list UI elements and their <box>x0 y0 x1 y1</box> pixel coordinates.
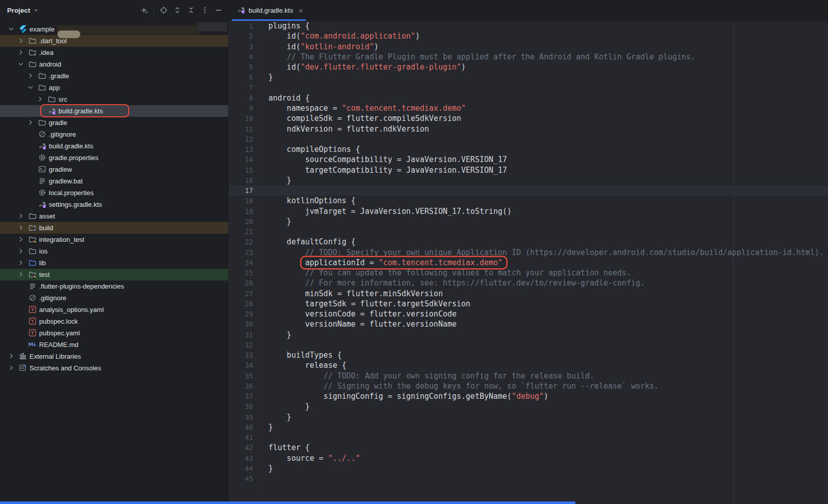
code-line[interactable]: 4 // The Flutter Gradle Plugin must be a… <box>229 52 828 62</box>
code-line[interactable]: 9 namespace = "com.tencent.tcmediax.demo… <box>229 103 828 113</box>
code-line[interactable]: 6} <box>229 72 828 82</box>
line-number[interactable]: 19 <box>229 206 268 216</box>
line-number[interactable]: 7 <box>229 83 268 93</box>
tree-item-asset[interactable]: asset <box>0 210 228 222</box>
line-number[interactable]: 3 <box>229 42 268 52</box>
code-line[interactable]: 38 } <box>229 401 828 412</box>
line-number[interactable]: 23 <box>229 247 268 258</box>
chevron-right-icon[interactable] <box>7 364 15 372</box>
line-number[interactable]: 32 <box>229 340 268 350</box>
code-line[interactable]: 44} <box>229 463 828 474</box>
code-line[interactable]: 21 <box>229 227 828 237</box>
code-area[interactable]: 1plugins {2 id("com.android.application"… <box>229 21 828 504</box>
expand-all-icon[interactable] <box>173 6 181 14</box>
line-number[interactable]: 40 <box>229 422 268 432</box>
tree-item-scratches-and-consoles[interactable]: Scratches and Consoles <box>0 362 228 374</box>
chevron-right-icon[interactable] <box>7 352 15 360</box>
code-line[interactable]: 35 // TODO: Add your own signing config … <box>229 371 828 381</box>
code-line[interactable]: 37 signingConfig = signingConfigs.getByN… <box>229 391 828 401</box>
project-panel-title[interactable]: Project <box>7 7 30 14</box>
close-icon[interactable]: × <box>298 7 303 14</box>
line-number[interactable]: 39 <box>229 412 268 422</box>
line-number[interactable]: 15 <box>229 165 268 175</box>
code-line[interactable]: 33 buildTypes { <box>229 350 828 360</box>
line-number[interactable]: 34 <box>229 360 268 370</box>
code-line[interactable]: 23 // TODO: Specify your own unique Appl… <box>229 247 828 258</box>
line-number[interactable]: 42 <box>229 443 268 453</box>
line-number[interactable]: 26 <box>229 278 268 288</box>
code-line[interactable]: 36 // Signing with the debug keys for no… <box>229 381 828 391</box>
code-line[interactable]: 3 id("kotlin-android") <box>229 42 828 52</box>
line-number[interactable]: 8 <box>229 93 268 103</box>
code-line[interactable]: 31 } <box>229 330 828 340</box>
line-number[interactable]: 20 <box>229 216 268 227</box>
line-number[interactable]: 17 <box>229 185 268 196</box>
line-number[interactable]: 37 <box>229 391 268 401</box>
code-line[interactable]: 5 id("dev.flutter.flutter-gradle-plugin"… <box>229 62 828 72</box>
tree-item-pubspec-yaml[interactable]: pubspec.yaml <box>0 327 228 339</box>
tree-item-src[interactable]: src <box>0 93 228 105</box>
chevron-right-icon[interactable] <box>17 37 25 45</box>
tree-item-lib[interactable]: lib <box>0 257 228 269</box>
code-line[interactable]: 43 source = "../.." <box>229 453 828 463</box>
line-number[interactable]: 31 <box>229 330 268 340</box>
line-number[interactable]: 1 <box>229 21 268 31</box>
chevron-right-icon[interactable] <box>17 48 25 56</box>
code-line[interactable]: 2 id("com.android.application") <box>229 31 828 41</box>
locate-icon[interactable] <box>160 6 168 14</box>
line-number[interactable]: 10 <box>229 113 268 123</box>
tree-item-test[interactable]: test <box>0 269 228 280</box>
chevron-right-icon[interactable] <box>17 235 25 243</box>
chevron-right-icon[interactable] <box>26 118 35 127</box>
tree-item-analysis-options-yaml[interactable]: analysis_options.yaml <box>0 304 228 316</box>
tree-item-pubspec-lock[interactable]: pubspec.lock <box>0 316 228 327</box>
tree-item-readme-md[interactable]: README.md <box>0 339 228 351</box>
line-number[interactable]: 27 <box>229 289 268 299</box>
line-number[interactable]: 36 <box>229 381 268 391</box>
code-line[interactable]: 26 // For more information, see: https:/… <box>229 278 828 288</box>
code-line[interactable]: 14 sourceCompatibility = JavaVersion.VER… <box>229 154 828 165</box>
hide-icon[interactable] <box>214 6 223 14</box>
line-number[interactable]: 41 <box>229 432 268 443</box>
line-number[interactable]: 30 <box>229 319 268 329</box>
line-number[interactable]: 24 <box>229 258 268 268</box>
code-line[interactable]: 8android { <box>229 93 828 103</box>
code-line[interactable]: 29 versionCode = flutter.versionCode <box>229 309 828 319</box>
tree-item-build-gradle-kts[interactable]: build.gradle.kts <box>0 140 228 152</box>
tree-item-idea[interactable]: .idea <box>0 47 228 58</box>
chevron-down-icon[interactable] <box>7 25 15 33</box>
tree-item-app[interactable]: app <box>0 82 228 93</box>
chevron-right-icon[interactable] <box>36 95 44 103</box>
code-line[interactable]: 41 <box>229 432 828 443</box>
tree-item-local-properties[interactable]: local.properties <box>0 187 228 199</box>
tree-item-flutter-plugins-dependencies[interactable]: .flutter-plugins-dependencies <box>0 280 228 292</box>
chevron-right-icon[interactable] <box>17 259 25 267</box>
chevron-right-icon[interactable] <box>26 72 35 80</box>
chevron-right-icon[interactable] <box>17 247 25 255</box>
line-number[interactable]: 22 <box>229 237 268 247</box>
line-number[interactable]: 2 <box>229 31 268 41</box>
tree-item-build-gradle-kts[interactable]: build.gradle.kts <box>0 105 228 117</box>
code-line[interactable]: 11 ndkVersion = flutter.ndkVersion <box>229 124 828 134</box>
tree-item-gradle-properties[interactable]: gradle.properties <box>0 152 228 164</box>
code-line[interactable]: 45 <box>229 474 828 484</box>
line-number[interactable]: 16 <box>229 175 268 185</box>
code-line[interactable]: 20 } <box>229 216 828 227</box>
line-number[interactable]: 44 <box>229 463 268 474</box>
tree-item-gradle[interactable]: gradle <box>0 117 228 129</box>
line-number[interactable]: 28 <box>229 299 268 309</box>
code-line[interactable]: 42flutter { <box>229 443 828 453</box>
line-number[interactable]: 35 <box>229 371 268 381</box>
tree-item-gitignore[interactable]: .gitignore <box>0 129 228 140</box>
code-line[interactable]: 17 <box>229 185 828 196</box>
line-number[interactable]: 5 <box>229 62 268 72</box>
chevron-right-icon[interactable] <box>17 224 25 232</box>
code-line[interactable]: 18 kotlinOptions { <box>229 196 828 206</box>
line-number[interactable]: 29 <box>229 309 268 319</box>
tree-item-build[interactable]: build <box>0 222 228 234</box>
line-number[interactable]: 6 <box>229 72 268 82</box>
tree-item-gradlew-bat[interactable]: gradlew.bat <box>0 175 228 187</box>
code-line[interactable]: 10 compileSdk = flutter.compileSdkVersio… <box>229 113 828 123</box>
line-number[interactable]: 38 <box>229 401 268 412</box>
line-number[interactable]: 11 <box>229 124 268 134</box>
